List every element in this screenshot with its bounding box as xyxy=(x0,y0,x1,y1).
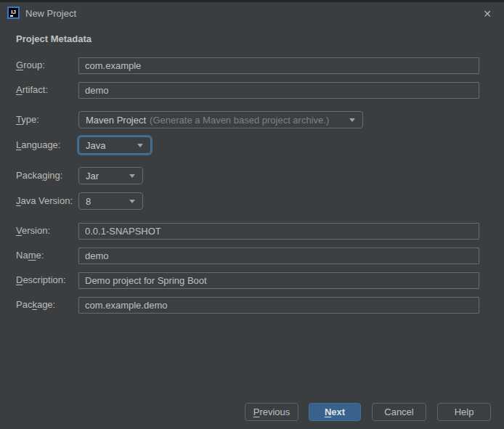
chevron-down-icon xyxy=(129,174,135,178)
packaging-row: Packaging: Jar xyxy=(0,167,504,184)
java-version-row: Java Version: 8 xyxy=(0,192,504,210)
name-label: Name: xyxy=(16,247,44,264)
artifact-input[interactable] xyxy=(78,82,479,99)
language-row: Language: Java xyxy=(0,136,504,154)
packaging-dropdown[interactable]: Jar xyxy=(78,167,143,184)
language-dropdown[interactable]: Java xyxy=(78,136,151,154)
close-icon: ✕ xyxy=(483,8,492,20)
package-label: Package: xyxy=(16,296,55,314)
chevron-down-icon xyxy=(129,200,135,203)
intellij-logo-dash xyxy=(10,15,13,17)
version-row: Version: xyxy=(0,222,504,240)
java-version-dropdown[interactable]: 8 xyxy=(78,192,143,210)
language-label: Language: xyxy=(16,136,60,154)
version-input[interactable] xyxy=(78,223,479,240)
group-row: Group: xyxy=(0,57,504,74)
next-button[interactable]: Next xyxy=(309,403,361,421)
help-button[interactable]: Help xyxy=(437,403,491,421)
description-label: Description: xyxy=(16,271,66,289)
cancel-button[interactable]: Cancel xyxy=(372,403,426,421)
intellij-logo-icon: IJ xyxy=(7,7,20,19)
name-row: Name: xyxy=(0,247,504,264)
title-bar[interactable]: IJ New Project ✕ xyxy=(0,2,504,25)
java-version-label: Java Version: xyxy=(16,192,73,210)
window-title: New Project xyxy=(25,2,76,25)
java-version-value: 8 xyxy=(86,196,91,207)
type-row: Type: Maven Project (Generate a Maven ba… xyxy=(0,111,504,128)
type-label: Type: xyxy=(16,111,39,128)
chevron-down-icon xyxy=(349,118,355,122)
type-hint: (Generate a Maven based project archive.… xyxy=(150,115,329,126)
package-row: Package: xyxy=(0,296,504,314)
artifact-label: Artifact: xyxy=(16,81,48,99)
name-input[interactable] xyxy=(78,248,479,264)
package-input[interactable] xyxy=(78,297,479,314)
version-label: Version: xyxy=(16,222,50,240)
group-label: Group: xyxy=(16,57,45,74)
packaging-label: Packaging: xyxy=(16,167,62,184)
previous-button[interactable]: Previous xyxy=(245,403,298,421)
packaging-value: Jar xyxy=(86,171,99,181)
page-title: Project Metadata xyxy=(16,33,92,44)
type-value: Maven Project xyxy=(86,115,146,126)
artifact-row: Artifact: xyxy=(0,81,504,99)
group-input[interactable] xyxy=(78,57,479,74)
description-row: Description: xyxy=(0,271,504,289)
close-button[interactable]: ✕ xyxy=(477,2,497,25)
chevron-down-icon xyxy=(137,144,143,147)
description-input[interactable] xyxy=(78,272,479,289)
type-dropdown[interactable]: Maven Project (Generate a Maven based pr… xyxy=(78,111,363,128)
language-value: Java xyxy=(86,140,105,151)
